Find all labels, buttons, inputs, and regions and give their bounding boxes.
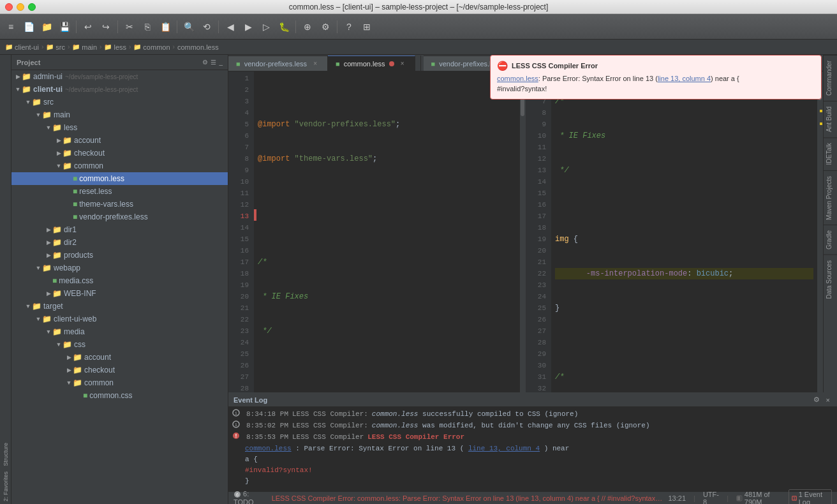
error-icon: ⛔: [497, 61, 508, 71]
tree-item-client-ui[interactable]: ▼ 📁 client-ui ~/dev/sample-less-project: [11, 83, 228, 96]
tree-item-account[interactable]: ▶ 📁 account: [11, 134, 228, 147]
breadcrumb-file[interactable]: common.less: [177, 43, 219, 51]
tree-item-checkout[interactable]: ▶ 📁 checkout: [11, 147, 228, 159]
tab-close-btn[interactable]: ×: [311, 59, 320, 68]
log-code: a {: [245, 454, 258, 465]
encoding[interactable]: UTF-8: [703, 491, 719, 505]
breadcrumb-label: client-ui: [15, 43, 39, 51]
tree-item-common[interactable]: ▼ 📁 common: [11, 159, 228, 172]
toolbar-btn-find[interactable]: 🔍: [181, 19, 197, 35]
tree-item-src[interactable]: ▼ 📁 src: [11, 96, 228, 108]
toolbar-btn-1[interactable]: ≡: [3, 19, 19, 35]
toolbar-btn-run[interactable]: ▷: [258, 19, 274, 35]
toolbar-btn-help[interactable]: ?: [341, 19, 357, 35]
toolbar-btn-redo[interactable]: ↪: [98, 19, 114, 35]
data-sources-tab[interactable]: Data Sources: [824, 255, 837, 304]
toolbar-btn-back[interactable]: ◀: [222, 19, 239, 35]
toolbar-btn-save[interactable]: 💾: [56, 19, 73, 35]
tree-item-target-checkout[interactable]: ▶ 📁 checkout: [11, 364, 228, 376]
toolbar-btn-paste[interactable]: 📋: [157, 19, 174, 35]
tree-item-vendor-prefixes[interactable]: ■ vendor-prefixes.less: [11, 211, 228, 223]
toolbar-btn-vcs[interactable]: ⊕: [299, 19, 316, 35]
tree-item-reset-less[interactable]: ■ reset.less: [11, 185, 228, 198]
tree-item-common-less[interactable]: ■ common.less: [11, 172, 228, 185]
todo-label[interactable]: 6 6: TODO: [233, 490, 267, 504]
maximize-button[interactable]: [28, 3, 36, 11]
log-entry-error-detail: common.less : Parse Error: Syntax Error …: [232, 443, 833, 454]
gradle-tab[interactable]: Gradle: [824, 225, 837, 255]
idetalk-tab[interactable]: IDETalk: [824, 137, 837, 170]
breadcrumb-common[interactable]: 📁 common: [133, 43, 170, 51]
breadcrumb-main[interactable]: 📁 main: [72, 43, 97, 51]
toolbar-btn-open[interactable]: 📁: [38, 19, 55, 35]
minimize-button[interactable]: [17, 3, 24, 11]
project-sidebar: Project ⚙ ☰ _ ▶ 📁 admin-ui ~/dev/sample-…: [11, 55, 228, 504]
tree-item-media-css[interactable]: ■ media.css: [11, 274, 228, 287]
favorites-tab[interactable]: 2: Favorites: [1, 469, 10, 504]
tab-vendor-prefixes[interactable]: ■ vendor-prefixes.less ×: [228, 56, 328, 71]
breadcrumb-src[interactable]: 📁 src: [46, 43, 65, 51]
toolbar-btn-sdk[interactable]: ⊞: [359, 19, 375, 35]
tree-item-less[interactable]: ▼ 📁 less: [11, 121, 228, 134]
tree-item-webapp[interactable]: ▼ 📁 webapp: [11, 262, 228, 274]
toolbar-btn-settings[interactable]: ⚙: [317, 19, 334, 35]
toolbar-btn-replace[interactable]: ⟲: [198, 19, 215, 35]
code-editor-left[interactable]: @import "vendor-prefixes.less"; @import …: [254, 71, 520, 392]
tree-item-theme-vars[interactable]: ■ theme-vars.less: [11, 198, 228, 211]
breadcrumb-label: common.less: [177, 43, 219, 51]
tree-item-target-common[interactable]: ▼ 📁 common: [11, 376, 228, 389]
close-button[interactable]: [5, 3, 13, 11]
editor-scrollbar-right[interactable]: [817, 71, 822, 392]
less-icon: ■: [336, 60, 340, 68]
window-buttons[interactable]: [5, 3, 36, 11]
arrow-icon: ▼: [55, 163, 63, 169]
tree-item-products[interactable]: ▶ 📁 products: [11, 249, 228, 262]
tab-close-btn[interactable]: ×: [398, 59, 407, 68]
toolbar-btn-forward[interactable]: ▶: [240, 19, 256, 35]
tree-item-web-inf[interactable]: ▶ 📁 WEB-INF: [11, 287, 228, 300]
tree-item-main[interactable]: ▼ 📁 main: [11, 108, 228, 121]
toolbar-btn-undo[interactable]: ↩: [80, 19, 96, 35]
tree-label: css: [74, 340, 85, 349]
status-error-msg[interactable]: LESS CSS Compiler Error: common.less: Pa…: [272, 494, 663, 502]
tree-item-admin-ui[interactable]: ▶ 📁 admin-ui ~/dev/sample-less-project: [11, 70, 228, 83]
toolbar-btn-new[interactable]: 📄: [20, 19, 37, 35]
tree-item-target[interactable]: ▼ 📁 target: [11, 300, 228, 313]
error-line-ref[interactable]: line 13, column 4: [468, 445, 540, 452]
editor-scrollbar-left[interactable]: [520, 71, 525, 392]
sidebar-gear-btn[interactable]: ☰: [211, 59, 216, 66]
log-close-btn[interactable]: ×: [824, 396, 832, 404]
tree-label: account: [74, 136, 101, 145]
tree-item-common-css[interactable]: ■ common.css: [11, 389, 228, 402]
tree-item-client-ui-web[interactable]: ▼ 📁 client-ui-web: [11, 313, 228, 325]
arrow-icon: ▼: [24, 99, 32, 105]
arrow-icon: ▶: [65, 354, 73, 360]
arrow-icon: ▼: [55, 341, 63, 348]
tree-item-media[interactable]: ▼ 📁 media: [11, 325, 228, 338]
code-editor-right[interactable]: /* * IE Fixes */ img { -ms-interpolation…: [551, 71, 817, 392]
tab-common-less[interactable]: ■ common.less ×: [328, 56, 415, 71]
sidebar-collapse-btn[interactable]: _: [219, 59, 223, 66]
error-popup-title: ⛔ LESS CSS Compiler Error: [497, 61, 815, 71]
error-line-link[interactable]: line 13, column 4: [658, 75, 711, 82]
tree-item-dir2[interactable]: ▶ 📁 dir2: [11, 236, 228, 249]
commander-tab[interactable]: Commander: [824, 55, 837, 101]
event-log-btn[interactable]: 1 1 Event Log: [789, 489, 832, 505]
toolbar-btn-debug[interactable]: 🐛: [276, 19, 292, 35]
folder-icon: 📁: [42, 315, 52, 323]
sidebar-sync-btn[interactable]: ⚙: [202, 59, 208, 66]
error-link[interactable]: common.less: [497, 75, 538, 82]
structure-tab[interactable]: Structure: [1, 440, 10, 469]
maven-projects-tab[interactable]: Maven Projects: [824, 170, 837, 225]
log-settings-btn[interactable]: ⚙: [811, 395, 822, 404]
error-file-link[interactable]: common.less: [245, 445, 292, 452]
tree-item-target-account[interactable]: ▶ 📁 account: [11, 351, 228, 364]
code-line: /*: [258, 256, 516, 268]
breadcrumb-client-ui[interactable]: 📁 client-ui: [5, 43, 39, 51]
toolbar-btn-cut[interactable]: ✂: [121, 19, 138, 35]
tree-item-css[interactable]: ▼ 📁 css: [11, 338, 228, 351]
breadcrumb-less[interactable]: 📁 less: [104, 43, 126, 51]
tree-item-dir1[interactable]: ▶ 📁 dir1: [11, 223, 228, 236]
toolbar-btn-copy[interactable]: ⎘: [139, 19, 156, 35]
ant-build-tab[interactable]: Ant Build: [824, 101, 837, 137]
